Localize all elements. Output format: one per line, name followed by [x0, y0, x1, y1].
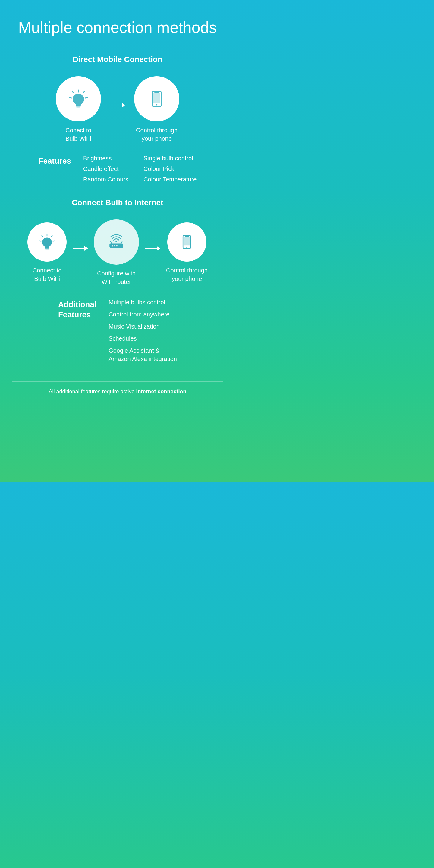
router-icon-circle [94, 219, 139, 265]
svg-rect-27 [185, 236, 189, 237]
additional-item-3: Music Visualization [108, 322, 177, 331]
arrow3 [145, 248, 160, 258]
svg-rect-26 [184, 237, 190, 245]
arrow2 [73, 248, 88, 258]
phone-step2: Control through your phone [166, 222, 208, 283]
features-col2: Single bulb control Colour Pick Colour T… [144, 155, 196, 183]
additional-item-5: Google Assistant &Amazon Alexa integrati… [108, 346, 177, 363]
phone-step1: Control through your phone [134, 76, 179, 143]
section-internet: Connect Bulb to Internet [12, 198, 223, 363]
svg-point-10 [156, 104, 158, 106]
svg-rect-8 [153, 93, 160, 103]
bulb-icon-circle-2 [27, 222, 67, 261]
internet-step1-label: Connect to Bulb WiFi [33, 266, 62, 283]
section-direct: Direct Mobile Conection [12, 55, 223, 183]
svg-point-22 [112, 245, 113, 246]
internet-step3-label: Control through your phone [166, 266, 208, 283]
svg-point-24 [116, 245, 118, 246]
additional-item-1: Multiple bulbs control [108, 298, 177, 307]
svg-line-12 [51, 236, 52, 237]
svg-point-23 [114, 245, 116, 246]
router-step: Configure with WiFi router [94, 219, 139, 286]
svg-line-2 [85, 97, 87, 98]
svg-line-14 [42, 236, 43, 237]
additional-item-2: Control from anywhere [108, 310, 177, 318]
direct-connection-row: Conect to Bulb WiFi [12, 76, 223, 143]
svg-line-3 [72, 91, 74, 93]
features-columns: Brightness Candle effect Random Colours … [83, 155, 196, 183]
features-row: Features Brightness Candle effect Random… [12, 155, 223, 183]
footer-text-normal: All additional features require active [49, 389, 136, 395]
additional-label: Additional Features [58, 298, 96, 320]
svg-point-28 [186, 247, 187, 248]
internet-connection-row: Connect to Bulb WiFi [12, 219, 223, 286]
bulb-svg-icon-2 [38, 233, 56, 251]
feature-random: Random Colours [83, 176, 128, 183]
feature-brightness: Brightness [83, 155, 128, 162]
main-title: Multiple connection methods [12, 18, 223, 37]
section2-title: Connect Bulb to Internet [12, 198, 223, 207]
section1-title: Direct Mobile Conection [12, 55, 223, 64]
feature-single-bulb: Single bulb control [144, 155, 196, 162]
svg-line-4 [69, 97, 71, 98]
step2-label: Control through your phone [136, 126, 178, 143]
svg-rect-9 [154, 92, 159, 93]
svg-line-20 [111, 242, 112, 244]
feature-colour-pick: Colour Pick [144, 165, 196, 173]
feature-candle: Candle effect [83, 165, 128, 173]
bulb-icon-circle [56, 76, 101, 121]
step1-label: Conect to Bulb WiFi [65, 126, 91, 143]
additional-features-row: Additional Features Multiple bulbs contr… [12, 298, 223, 363]
svg-line-13 [53, 241, 55, 241]
arrow1 [110, 104, 125, 115]
svg-line-21 [121, 242, 122, 244]
arrow-line-1 [110, 104, 125, 105]
bulb-svg-icon [68, 88, 89, 110]
footer-note: All additional features require active i… [12, 381, 223, 396]
router-svg-icon [106, 231, 127, 253]
arrow-line-3 [145, 248, 160, 249]
additional-list: Multiple bulbs control Control from anyw… [108, 298, 177, 363]
features-label: Features [38, 155, 71, 166]
internet-step2-label: Configure with WiFi router [97, 269, 135, 286]
svg-line-15 [39, 241, 41, 241]
arrow-line-2 [73, 248, 88, 249]
feature-colour-temp: Colour Temperature [144, 176, 196, 183]
phone-svg-icon [146, 88, 167, 110]
bulb-step2: Connect to Bulb WiFi [27, 222, 67, 283]
phone-icon-circle [134, 76, 179, 121]
bulb-step1: Conect to Bulb WiFi [56, 76, 101, 143]
footer-text-bold: internet connection [136, 389, 187, 395]
svg-line-1 [83, 91, 84, 93]
additional-item-4: Schedules [108, 334, 177, 343]
features-col1: Brightness Candle effect Random Colours [83, 155, 128, 183]
svg-point-18 [116, 241, 117, 242]
phone-icon-circle-2 [167, 222, 207, 261]
page-container: Multiple connection methods Direct Mobil… [0, 0, 235, 414]
phone-svg-icon-2 [178, 233, 196, 251]
